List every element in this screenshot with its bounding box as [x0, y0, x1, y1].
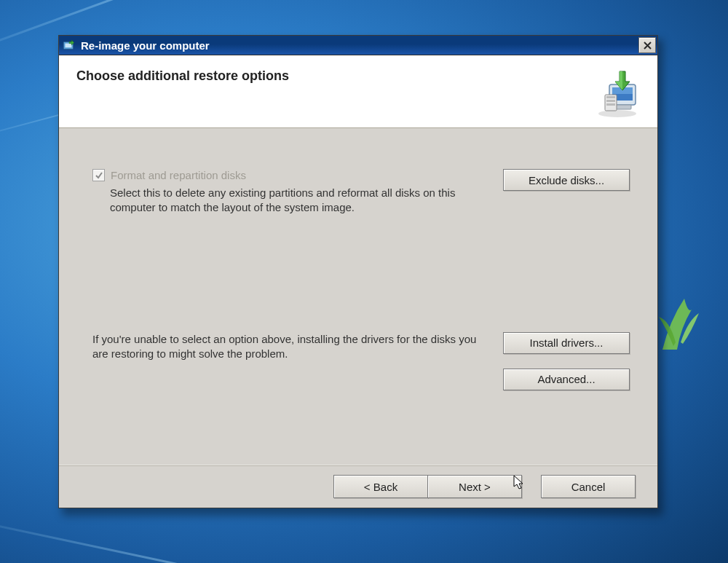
svg-rect-1: [65, 44, 71, 48]
svg-rect-8: [606, 96, 615, 98]
footer-pane: < Back Next > Cancel: [59, 465, 657, 508]
format-repartition-description: Select this to delete any existing parti…: [110, 186, 486, 216]
format-repartition-label: Format and repartition disks: [111, 169, 246, 181]
window-title: Re-image your computer: [81, 39, 638, 52]
install-drivers-description: If you're unable to select an option abo…: [92, 332, 486, 362]
body-pane: Format and repartition disks Select this…: [59, 128, 657, 465]
exclude-disks-button[interactable]: Exclude disks...: [503, 169, 630, 191]
close-button[interactable]: [638, 37, 656, 53]
back-button[interactable]: < Back: [333, 475, 428, 498]
check-icon: [95, 171, 103, 180]
close-icon: [644, 42, 652, 50]
restore-icon: [592, 68, 643, 119]
app-icon: [62, 39, 76, 52]
advanced-button[interactable]: Advanced...: [503, 369, 630, 390]
page-title: Choose additional restore options: [76, 68, 592, 84]
svg-rect-9: [606, 100, 615, 102]
next-button[interactable]: Next >: [427, 475, 522, 498]
header-pane: Choose additional restore options: [59, 55, 657, 128]
svg-rect-10: [606, 103, 615, 106]
titlebar: Re-image your computer: [59, 36, 657, 55]
reimage-dialog: Re-image your computer Choose additional…: [58, 35, 658, 508]
cancel-button[interactable]: Cancel: [541, 475, 636, 498]
format-repartition-checkbox: [92, 169, 105, 181]
svg-point-2: [598, 110, 636, 117]
install-drivers-button[interactable]: Install drivers...: [503, 332, 630, 354]
